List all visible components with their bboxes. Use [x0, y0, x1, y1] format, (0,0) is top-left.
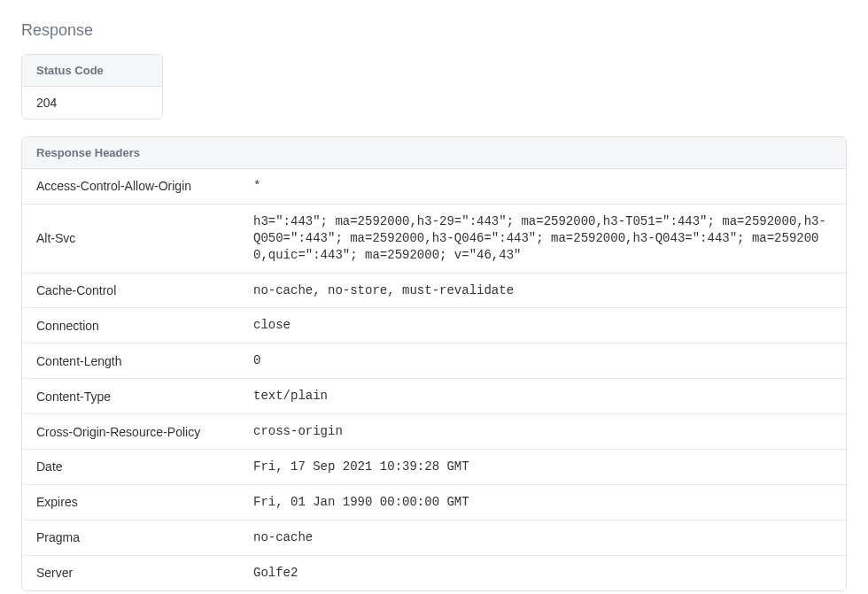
- header-row: ServerGolfe2: [22, 555, 846, 590]
- header-value: close: [239, 308, 846, 343]
- header-name: Expires: [22, 484, 239, 520]
- header-name: Content-Type: [22, 379, 239, 414]
- header-row: Access-Control-Allow-Origin*: [22, 169, 846, 204]
- header-value: Fri, 01 Jan 1990 00:00:00 GMT: [239, 484, 846, 520]
- header-name: Server: [22, 555, 239, 590]
- status-code-value: 204: [22, 87, 162, 119]
- header-row: Content-Typetext/plain: [22, 379, 846, 414]
- header-row: Cache-Controlno-cache, no-store, must-re…: [22, 273, 846, 308]
- header-value: *: [239, 169, 846, 204]
- header-row: Content-Length0: [22, 343, 846, 379]
- status-code-panel: Status Code 204: [21, 54, 163, 120]
- header-name: Connection: [22, 308, 239, 343]
- header-name: Access-Control-Allow-Origin: [22, 169, 239, 204]
- response-section-title: Response: [21, 21, 847, 40]
- header-name: Pragma: [22, 520, 239, 555]
- header-row: DateFri, 17 Sep 2021 10:39:28 GMT: [22, 450, 846, 485]
- header-row: Cross-Origin-Resource-Policycross-origin: [22, 414, 846, 450]
- header-value: Fri, 17 Sep 2021 10:39:28 GMT: [239, 450, 846, 485]
- header-value: no-cache: [239, 520, 846, 555]
- header-name: Alt-Svc: [22, 204, 239, 273]
- response-headers-panel: Response Headers Access-Control-Allow-Or…: [21, 136, 847, 591]
- header-name: Date: [22, 450, 239, 485]
- status-code-label: Status Code: [22, 55, 162, 87]
- header-value: h3=":443"; ma=2592000,h3-29=":443"; ma=2…: [239, 204, 846, 273]
- header-name: Content-Length: [22, 343, 239, 379]
- response-headers-table: Access-Control-Allow-Origin*Alt-Svch3=":…: [22, 169, 846, 590]
- header-name: Cross-Origin-Resource-Policy: [22, 414, 239, 450]
- header-row: Connectionclose: [22, 308, 846, 343]
- header-value: cross-origin: [239, 414, 846, 450]
- header-name: Cache-Control: [22, 273, 239, 308]
- header-row: Pragmano-cache: [22, 520, 846, 555]
- header-value: text/plain: [239, 379, 846, 414]
- header-value: Golfe2: [239, 555, 846, 590]
- header-row: Alt-Svch3=":443"; ma=2592000,h3-29=":443…: [22, 204, 846, 273]
- header-row: ExpiresFri, 01 Jan 1990 00:00:00 GMT: [22, 484, 846, 520]
- header-value: 0: [239, 343, 846, 379]
- response-headers-label: Response Headers: [22, 137, 846, 169]
- header-value: no-cache, no-store, must-revalidate: [239, 273, 846, 308]
